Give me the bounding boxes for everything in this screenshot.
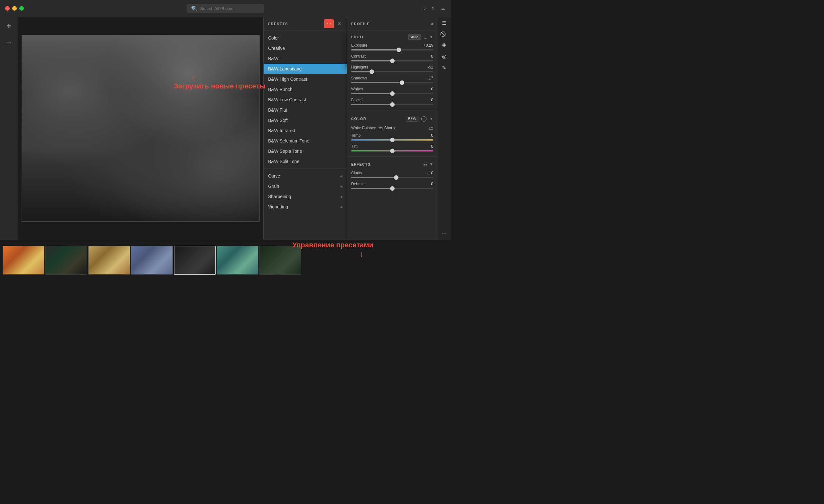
curve-arrow-icon: ◀ xyxy=(340,174,342,178)
color-section-header: COLOR B&W ◯ ▼ xyxy=(347,113,437,124)
profile-collapse-icon[interactable]: ◀ xyxy=(430,21,433,26)
wb-chevron-icon: ▼ xyxy=(393,126,396,130)
wb-value[interactable]: As Shot ▼ xyxy=(379,126,396,130)
light-chevron-icon[interactable]: ▼ xyxy=(429,35,433,39)
bw-badge[interactable]: B&W xyxy=(406,116,418,122)
thumb-1[interactable] xyxy=(3,246,44,275)
eyedropper-icon[interactable]: 🗁 xyxy=(429,125,433,131)
close-button[interactable] xyxy=(5,6,10,11)
presets-dots-button[interactable]: ⋯ xyxy=(324,19,334,28)
preset-item-bw-selenium[interactable]: B&W Selenium Tone xyxy=(264,136,347,146)
color-chevron-icon[interactable]: ▼ xyxy=(429,116,433,121)
blacks-value: 0 xyxy=(431,98,433,102)
maximize-button[interactable] xyxy=(19,6,24,11)
left-sidebar: ✚ ▭ xyxy=(0,17,18,240)
light-section-header: LIGHT Auto ∟ ▼ xyxy=(347,31,437,42)
color-section-icons: B&W ◯ ▼ xyxy=(406,115,433,122)
temp-label: Temp xyxy=(351,133,360,138)
preset-item-bw-sepia[interactable]: B&W Sepia Tone xyxy=(264,146,347,156)
exposure-label: Exposure xyxy=(351,43,368,47)
preset-item-vignetting[interactable]: Vignetting ◀ xyxy=(264,202,347,212)
thumb-2[interactable] xyxy=(45,246,87,275)
brush-icon[interactable]: ✎ xyxy=(442,65,446,71)
preset-item-creative[interactable]: Creative xyxy=(264,43,347,53)
highlights-label: Highlights xyxy=(351,65,368,70)
presets-close-button[interactable]: ✕ xyxy=(336,20,342,27)
preset-item-bw-low-contrast[interactable]: B&W Low Contrast xyxy=(264,95,347,105)
preset-item-bw-infrared[interactable]: B&W Infrared xyxy=(264,125,347,136)
light-controls: Auto ∟ ▼ xyxy=(408,34,433,40)
clarity-track[interactable] xyxy=(351,177,433,178)
exposure-slider-row: Exposure +0.29 xyxy=(347,42,437,53)
shadows-track[interactable] xyxy=(351,82,433,83)
presets-divider xyxy=(264,168,347,169)
share-icon[interactable]: ⇧ xyxy=(431,5,435,12)
tint-label: Tint xyxy=(351,144,357,149)
thumb-4[interactable] xyxy=(131,246,173,275)
radial-icon[interactable]: ◎ xyxy=(442,53,446,59)
book-icon[interactable]: ▭ xyxy=(4,37,14,47)
light-title: LIGHT xyxy=(351,35,365,39)
blacks-slider-row: Blacks 0 xyxy=(347,97,437,107)
main-layout: ✚ ▭ PRESETS ⋯ ✕ Create Preset... Manage … xyxy=(0,17,451,240)
title-bar: 🔍 ▿ ⇧ ☁ xyxy=(0,0,451,17)
preset-item-bw-split[interactable]: B&W Split Tone xyxy=(264,156,347,166)
healing-icon[interactable]: ✚ xyxy=(442,42,446,48)
minimize-button[interactable] xyxy=(12,6,17,11)
search-input[interactable] xyxy=(200,6,258,11)
preset-item-grain[interactable]: Grain ◀ xyxy=(264,181,347,192)
preset-item-bw-punch[interactable]: B&W Punch xyxy=(264,84,347,95)
search-bar[interactable]: 🔍 xyxy=(187,4,264,13)
sliders-icon[interactable]: ☰ xyxy=(442,20,446,26)
thumb-6[interactable] xyxy=(217,246,259,275)
preset-item-bw-flat[interactable]: B&W Flat xyxy=(264,105,347,115)
thumb-5-active[interactable] xyxy=(174,246,216,275)
light-color-divider xyxy=(347,110,437,110)
blacks-track[interactable] xyxy=(351,104,433,105)
highlights-value: -51 xyxy=(428,65,433,70)
cloud-icon[interactable]: ☁ xyxy=(440,5,445,12)
filter-icon[interactable]: ▿ xyxy=(423,5,426,12)
color-effects-divider xyxy=(347,156,437,157)
clarity-slider-row: Clarity +10 xyxy=(347,169,437,180)
preset-item-bw-high-contrast[interactable]: B&W High Contrast xyxy=(264,74,347,84)
more-dots-icon[interactable]: ⋯ xyxy=(442,230,447,236)
preset-item-bw[interactable]: B&W xyxy=(264,53,347,64)
thumb-7[interactable] xyxy=(260,246,301,275)
dehaze-track[interactable] xyxy=(351,188,433,189)
whites-label: Whites xyxy=(351,87,363,91)
highlights-track[interactable] xyxy=(351,71,433,73)
effects-grid-icon[interactable]: ☷ xyxy=(423,162,427,167)
preset-item-sharpening[interactable]: Sharpening ◀ xyxy=(264,192,347,202)
profile-header: PROFILE ◀ xyxy=(347,17,437,31)
dehaze-label: Dehaze xyxy=(351,182,365,186)
add-photo-icon[interactable]: ✚ xyxy=(4,21,14,31)
effects-section-header: EFFECTS ☷ ▼ xyxy=(347,159,437,169)
curve-icon[interactable]: ∟ xyxy=(423,34,427,39)
preset-item-bw-landscape[interactable]: B&W Landscape xyxy=(264,64,347,74)
presets-header: PRESETS ⋯ ✕ xyxy=(264,17,347,31)
temp-value: 0 xyxy=(431,133,433,138)
color-title: COLOR xyxy=(351,117,366,121)
tint-track[interactable] xyxy=(351,150,433,151)
contrast-value: 0 xyxy=(431,54,433,58)
presets-title: PRESETS xyxy=(268,22,288,26)
whites-slider-row: Whites 0 xyxy=(347,86,437,97)
exposure-track[interactable] xyxy=(351,49,433,50)
temp-track[interactable] xyxy=(351,139,433,141)
auto-button[interactable]: Auto xyxy=(408,34,421,40)
contrast-slider-row: Contrast 0 xyxy=(347,53,437,64)
preset-item-bw-soft[interactable]: B&W Soft xyxy=(264,115,347,125)
contrast-track[interactable] xyxy=(351,60,433,61)
color-circle-icon[interactable]: ◯ xyxy=(421,115,427,122)
preset-item-curve[interactable]: Curve ◀ xyxy=(264,171,347,181)
thumb-3[interactable] xyxy=(88,246,130,275)
far-right-panel: ☰ ⃠ ✚ ◎ ✎ ⋯ xyxy=(437,17,451,240)
clarity-label: Clarity xyxy=(351,171,362,175)
highlights-slider-row: Highlights -51 xyxy=(347,64,437,75)
main-photo xyxy=(21,35,260,222)
whites-track[interactable] xyxy=(351,93,433,94)
preset-item-color[interactable]: Color xyxy=(264,33,347,43)
effects-chevron-icon[interactable]: ▼ xyxy=(429,162,433,166)
sharpening-arrow-icon: ◀ xyxy=(340,195,342,199)
